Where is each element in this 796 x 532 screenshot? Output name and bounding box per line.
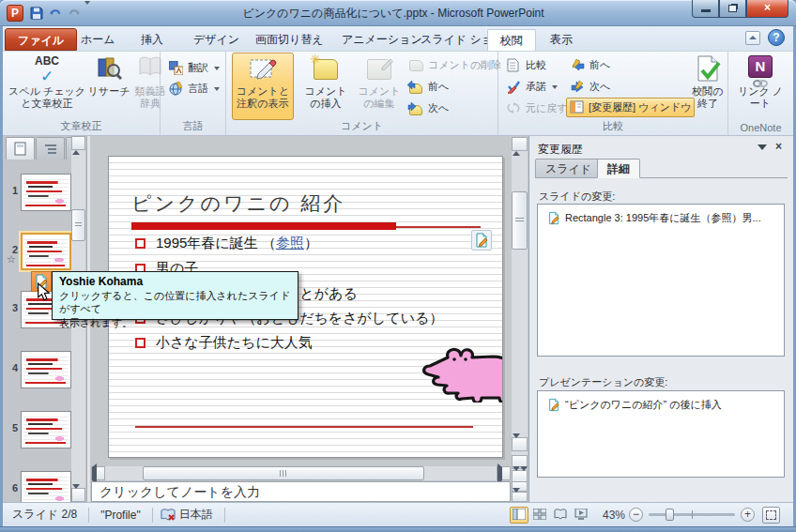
restore-button[interactable] <box>719 0 746 18</box>
zoom-slider[interactable] <box>649 513 735 516</box>
ribbon-tab-row: ファイル ホーム 挿入 デザイン 画面切り替え アニメーション スライド ショー… <box>3 26 793 51</box>
pane-tab-slides[interactable]: スライド <box>535 159 602 178</box>
accept-icon <box>507 80 522 95</box>
accept-button[interactable]: 承諾 <box>504 77 560 97</box>
spell-check-button[interactable]: ABC ✓ スペル チェックと文章校正 <box>8 53 86 110</box>
insert-comment-icon: ✳ <box>312 55 340 84</box>
thumbnail-number: 4 <box>5 362 18 373</box>
pane-tab-details[interactable]: 詳細 <box>597 159 640 178</box>
pane-close-icon[interactable]: × <box>772 140 786 154</box>
previous-comment-icon <box>409 80 424 95</box>
slide-sorter-view-icon[interactable] <box>530 507 549 524</box>
fit-to-window-icon[interactable] <box>762 507 780 524</box>
insert-comment-button[interactable]: ✳ コメントの挿入 <box>299 53 352 110</box>
group-label-onenote: OneNote <box>728 122 793 133</box>
zoom-out-icon[interactable]: − <box>629 508 643 522</box>
notes-scrollbar[interactable] <box>512 481 528 502</box>
next-change-icon <box>571 80 586 95</box>
save-icon[interactable] <box>28 5 45 22</box>
minimize-button[interactable] <box>692 0 719 18</box>
slide-title[interactable]: ピンクのワニの 紹介 <box>131 190 345 217</box>
language-status[interactable]: 日本語 <box>176 507 217 523</box>
mouse-cursor <box>37 282 51 302</box>
slide-revision-icon[interactable] <box>471 230 492 251</box>
show-markup-button[interactable]: コメントと注釈の表示 <box>232 53 294 120</box>
pink-crocodile-drawing[interactable] <box>419 342 503 403</box>
tab-view[interactable]: 表示 <box>538 29 585 51</box>
normal-view-icon[interactable] <box>510 507 528 524</box>
language-icon <box>169 82 184 97</box>
title-bar: P ピンクのワニの商品化について.pptx - Microsoft PowerP… <box>0 0 796 26</box>
qat-customize-icon[interactable] <box>83 5 94 22</box>
zoom-in-icon[interactable]: + <box>741 508 755 522</box>
end-review-button[interactable]: 校閲の終了 <box>688 53 727 110</box>
compare-button[interactable]: 比較 <box>504 55 549 75</box>
close-button[interactable]: × <box>746 0 788 18</box>
scroll-up-icon[interactable] <box>512 137 528 151</box>
notes-pane[interactable]: クリックしてノートを入力 <box>91 481 511 502</box>
next-comment-button[interactable]: 次へ <box>406 99 452 118</box>
bullet-line-1[interactable]: 1995年春に誕生 （参照） <box>135 233 318 253</box>
language-button[interactable]: 言語 <box>166 79 222 99</box>
horizontal-scrollbar[interactable] <box>91 466 511 480</box>
scrollbar-thumb[interactable] <box>71 209 85 241</box>
help-icon[interactable]: ? <box>768 29 785 46</box>
slide-change-item[interactable]: Rectangle 3: 1995年春に誕生（参照）男... <box>538 205 784 225</box>
revision-pane-icon <box>570 100 585 115</box>
scroll-down-icon[interactable] <box>512 437 528 451</box>
spelling-status-icon[interactable] <box>161 508 176 523</box>
pane-menu-icon[interactable] <box>758 144 767 150</box>
slide-thumbnail-5[interactable] <box>21 411 71 448</box>
tab-insert[interactable]: 挿入 <box>129 29 176 51</box>
scroll-left-icon[interactable] <box>91 466 105 480</box>
tooltip-text-line2: 表示されます。 <box>59 317 132 328</box>
show-markup-icon <box>249 55 277 84</box>
tab-file[interactable]: ファイル <box>5 28 77 51</box>
end-review-icon <box>694 55 722 84</box>
presentation-changes-list: “ピンクのワニの紹介” の後に挿入 <box>537 390 785 478</box>
translate-button[interactable]: 翻訳 <box>166 58 222 78</box>
compare-icon <box>507 58 522 73</box>
zoom-percentage[interactable]: 43% <box>599 509 629 522</box>
tooltip-author: Yoshie Kohama <box>59 275 291 288</box>
slideshow-view-icon[interactable] <box>572 507 590 524</box>
revision-pane-button[interactable]: [変更履歴] ウィンドウ <box>566 98 695 117</box>
scrollbar-thumb[interactable] <box>512 191 528 250</box>
bullet-square-icon <box>135 238 145 249</box>
reference-link[interactable]: 参照 <box>276 235 304 252</box>
research-icon <box>95 55 123 84</box>
powerpoint-icon[interactable]: P <box>7 5 23 22</box>
tab-transitions[interactable]: 画面切り替え <box>243 29 336 51</box>
scroll-up-icon[interactable] <box>71 136 85 150</box>
redo-icon[interactable] <box>66 5 83 22</box>
slide-thumbnail-1[interactable] <box>21 174 71 211</box>
tab-home[interactable]: ホーム <box>69 29 128 51</box>
delete-comment-icon <box>409 58 424 73</box>
scroll-down-icon[interactable] <box>71 488 85 502</box>
slide-thumbnail-2-selected[interactable] <box>21 233 71 270</box>
linked-notes-button[interactable]: N リンク ノート <box>734 53 787 110</box>
undo-icon[interactable] <box>47 5 64 22</box>
previous-comment-button[interactable]: 前へ <box>406 77 452 97</box>
thumbnail-number: 1 <box>5 185 18 196</box>
previous-change-button[interactable]: 前へ <box>568 55 613 75</box>
tab-design[interactable]: デザイン <box>181 29 252 51</box>
reading-view-icon[interactable] <box>551 507 570 524</box>
edit-comment-button: コメントの編集 <box>354 53 405 110</box>
scrollbar-thumb[interactable] <box>143 466 424 480</box>
slide-thumbnail-4[interactable] <box>21 351 71 388</box>
zoom-slider-thumb[interactable] <box>666 509 674 521</box>
revision-tooltip: Yoshie Kohama クリックすると、この位置に挿入されたスライドがすべて… <box>52 271 298 320</box>
tab-outline[interactable] <box>36 137 65 160</box>
tab-review[interactable]: 校閲 <box>487 29 536 51</box>
bullet-line-5[interactable]: 小さな子供たちに大人気 <box>135 332 313 353</box>
tab-slides-thumbnails[interactable] <box>6 137 35 160</box>
next-change-button[interactable]: 次へ <box>568 77 613 97</box>
presentation-change-item[interactable]: “ピンクのワニの紹介” の後に挿入 <box>538 391 784 412</box>
collapse-ribbon-icon[interactable] <box>745 31 760 45</box>
scroll-right-icon[interactable] <box>497 466 511 480</box>
scroll-down-icon[interactable] <box>512 492 528 502</box>
vertical-scrollbar[interactable] <box>512 137 528 501</box>
group-label-compare: 比較 <box>498 119 727 133</box>
research-button[interactable]: リサーチ <box>87 53 130 98</box>
